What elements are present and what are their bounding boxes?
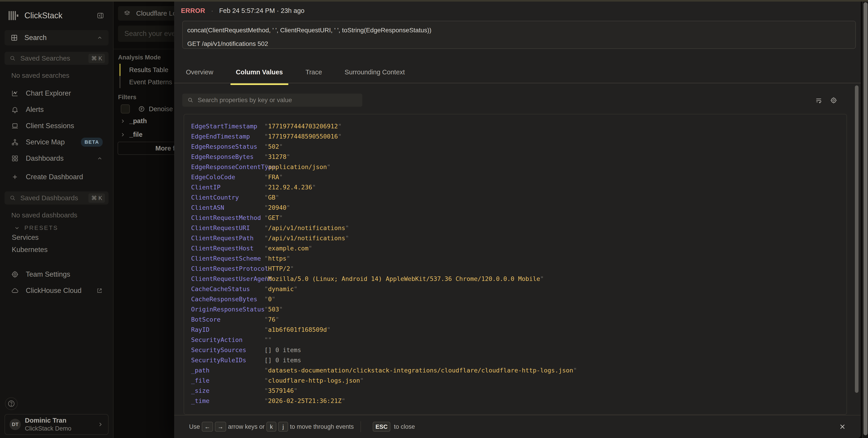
property-value[interactable]: application/json xyxy=(265,163,331,170)
property-value[interactable]: https xyxy=(265,255,290,262)
property-key[interactable]: SecurityRuleIDs xyxy=(191,357,265,364)
property-value[interactable]: example.com xyxy=(265,245,312,252)
property-key[interactable]: SecurityAction xyxy=(191,336,265,343)
property-key[interactable]: _file xyxy=(191,377,265,384)
property-key[interactable]: ClientIP xyxy=(191,184,265,191)
property-row[interactable]: ClientCountry GB xyxy=(184,192,846,202)
property-row[interactable]: EdgeColoCode FRA xyxy=(184,172,846,182)
property-row[interactable]: EdgeEndTimestamp 1771977448590550016 xyxy=(184,131,846,141)
filter-field-path[interactable]: _path xyxy=(120,117,147,125)
settings-gear-icon[interactable] xyxy=(830,97,837,104)
property-value[interactable]: 212.92.4.236 xyxy=(265,184,316,191)
property-value[interactable]: GET xyxy=(265,214,283,221)
property-value[interactable] xyxy=(265,336,272,343)
property-row[interactable]: RayID a1b6f601f168509d xyxy=(184,325,846,335)
property-row[interactable]: OriginResponseStatus 503 xyxy=(184,304,846,314)
property-key[interactable]: ClientRequestScheme xyxy=(191,255,265,262)
property-value[interactable]: 76 xyxy=(265,316,279,323)
source-selector[interactable]: Cloudflare Logs xyxy=(118,6,174,21)
saved-searches-input[interactable]: Saved Searches ⌘ K xyxy=(4,52,108,65)
property-value[interactable]: 31278 xyxy=(265,153,290,160)
property-key[interactable]: CacheResponseBytes xyxy=(191,296,265,303)
property-value[interactable]: /api/v1/notifications xyxy=(265,225,349,231)
property-row[interactable]: ClientRequestUserAgent Mozilla/5.0 (Linu… xyxy=(184,274,846,284)
sidebar-item-search[interactable]: Search xyxy=(4,30,108,45)
property-value[interactable]: 502 xyxy=(265,143,283,150)
property-row[interactable]: ClientIP 212.92.4.236 xyxy=(184,182,846,192)
property-key[interactable]: _size xyxy=(191,387,265,394)
preset-services[interactable]: Services xyxy=(4,231,108,244)
property-row[interactable]: ClientRequestProtocol HTTP/2 xyxy=(184,264,846,274)
property-key[interactable]: ClientASN xyxy=(191,204,265,211)
analysis-mode-option[interactable]: Event Patterns xyxy=(119,76,172,88)
property-key[interactable]: ClientRequestPath xyxy=(191,235,265,242)
property-row[interactable]: ClientRequestPath /api/v1/notifications xyxy=(184,233,846,243)
sidebar-item-client-sessions[interactable]: Client Sessions xyxy=(4,118,108,134)
property-key[interactable]: BotScore xyxy=(191,316,265,323)
property-row[interactable]: ClientRequestScheme https xyxy=(184,254,846,264)
property-value[interactable]: 503 xyxy=(265,306,283,313)
sidebar-item-alerts[interactable]: Alerts xyxy=(4,101,108,118)
property-key[interactable]: EdgeResponseBytes xyxy=(191,153,265,160)
property-row[interactable]: SecurityRuleIDs [] 0 items xyxy=(184,355,846,365)
sidebar-item-clickhouse-cloud[interactable]: ClickHouse Cloud xyxy=(4,282,108,299)
property-key[interactable]: EdgeEndTimestamp xyxy=(191,133,265,140)
property-value[interactable]: 0 xyxy=(265,296,276,303)
property-value[interactable]: 2026-02-25T21:36:21Z xyxy=(265,397,345,404)
property-row[interactable]: ClientRequestMethod GET xyxy=(184,213,846,223)
property-row[interactable]: ClientRequestHost example.com xyxy=(184,243,846,254)
property-key[interactable]: ClientRequestProtocol xyxy=(191,265,265,272)
property-row[interactable]: ClientASN 20940 xyxy=(184,202,846,213)
create-dashboard-button[interactable]: Create Dashboard xyxy=(4,169,108,185)
property-search-input[interactable]: Search properties by key or value xyxy=(182,94,362,107)
property-key[interactable]: EdgeStartTimestamp xyxy=(191,123,265,130)
event-search-input[interactable]: Search your event xyxy=(118,26,174,42)
property-key[interactable]: EdgeColoCode xyxy=(191,174,265,180)
denoise-checkbox[interactable] xyxy=(121,104,130,113)
property-value[interactable]: 1771977448590550016 xyxy=(265,133,341,140)
property-row[interactable]: _size 3579146 xyxy=(184,385,846,396)
property-value[interactable]: [] 0 items xyxy=(265,357,301,364)
property-value[interactable]: Mozilla/5.0 (Linux; Android 14) AppleWeb… xyxy=(265,275,544,282)
property-key[interactable]: EdgeResponseStatus xyxy=(191,143,265,150)
drawer-scrollbar-thumb[interactable] xyxy=(855,86,859,393)
sidebar-item-service-map[interactable]: Service Map BETA xyxy=(4,134,108,150)
property-key[interactable]: RayID xyxy=(191,326,265,333)
property-row[interactable]: _time 2026-02-25T21:36:21Z xyxy=(184,396,846,406)
property-row[interactable]: ClientRequestURI /api/v1/notifications xyxy=(184,223,846,233)
property-value[interactable]: [] 0 items xyxy=(265,346,301,353)
property-key[interactable]: ClientRequestURI xyxy=(191,225,265,231)
help-button[interactable] xyxy=(5,397,18,410)
sidebar-item-chart-explorer[interactable]: Chart Explorer xyxy=(4,85,108,101)
property-value[interactable]: 20940 xyxy=(265,204,290,211)
property-value[interactable]: a1b6f601f168509d xyxy=(265,326,331,333)
page-scrollbar-thumb[interactable] xyxy=(864,2,868,435)
close-icon[interactable] xyxy=(839,423,846,431)
property-row[interactable]: CacheCacheStatus dynamic xyxy=(184,284,846,294)
property-key[interactable]: EdgeResponseContentType xyxy=(191,163,265,170)
property-row[interactable]: SecurityAction xyxy=(184,335,846,345)
property-key[interactable]: ClientRequestUserAgent xyxy=(191,275,265,282)
property-row[interactable]: EdgeResponseContentType application/json xyxy=(184,162,846,172)
property-value[interactable]: cloudflare-http-logs.json xyxy=(265,377,364,384)
property-row[interactable]: _path datasets-documentation/clickstack-… xyxy=(184,365,846,375)
property-value[interactable]: 1771977444703206912 xyxy=(265,123,341,130)
filter-field-file[interactable]: _file xyxy=(120,131,143,138)
preset-kubernetes[interactable]: Kubernetes xyxy=(4,244,108,256)
property-value[interactable]: FRA xyxy=(265,174,283,180)
property-row[interactable]: EdgeResponseStatus 502 xyxy=(184,141,846,151)
property-key[interactable]: ClientRequestMethod xyxy=(191,214,265,221)
property-key[interactable]: _time xyxy=(191,397,265,404)
property-key[interactable]: OriginResponseStatus xyxy=(191,306,265,313)
collapse-sidebar-icon[interactable] xyxy=(95,11,105,21)
property-key[interactable]: ClientCountry xyxy=(191,194,265,201)
presets-toggle[interactable]: PRESETS xyxy=(4,225,108,231)
property-key[interactable]: SecuritySources xyxy=(191,346,265,353)
property-row[interactable]: SecuritySources [] 0 items xyxy=(184,345,846,355)
property-row[interactable]: _file cloudflare-http-logs.json xyxy=(184,375,846,385)
property-value[interactable]: 3579146 xyxy=(265,387,298,394)
property-value[interactable]: HTTP/2 xyxy=(265,265,294,272)
property-value[interactable]: /api/v1/notifications xyxy=(265,235,349,242)
sidebar-item-dashboards[interactable]: Dashboards xyxy=(4,150,108,167)
property-row[interactable]: EdgeStartTimestamp 1771977444703206912 xyxy=(184,121,846,131)
